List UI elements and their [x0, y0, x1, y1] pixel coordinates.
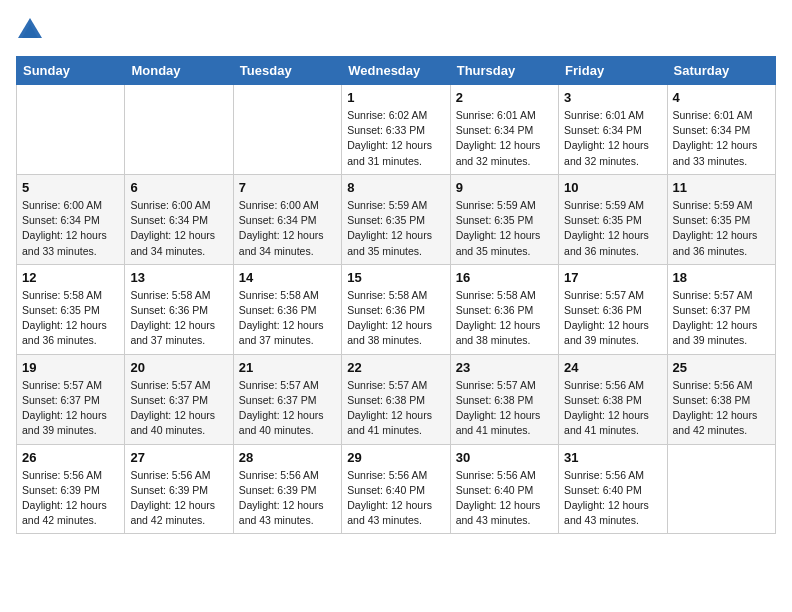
calendar-week-row: 19Sunrise: 5:57 AM Sunset: 6:37 PM Dayli… [17, 354, 776, 444]
day-number: 2 [456, 90, 553, 105]
calendar-cell: 5Sunrise: 6:00 AM Sunset: 6:34 PM Daylig… [17, 174, 125, 264]
day-number: 14 [239, 270, 336, 285]
calendar-cell: 11Sunrise: 5:59 AM Sunset: 6:35 PM Dayli… [667, 174, 775, 264]
day-info: Sunrise: 5:57 AM Sunset: 6:38 PM Dayligh… [347, 378, 444, 439]
day-number: 8 [347, 180, 444, 195]
calendar-cell: 22Sunrise: 5:57 AM Sunset: 6:38 PM Dayli… [342, 354, 450, 444]
calendar-cell: 18Sunrise: 5:57 AM Sunset: 6:37 PM Dayli… [667, 264, 775, 354]
day-number: 28 [239, 450, 336, 465]
calendar-cell: 6Sunrise: 6:00 AM Sunset: 6:34 PM Daylig… [125, 174, 233, 264]
day-number: 27 [130, 450, 227, 465]
day-info: Sunrise: 6:01 AM Sunset: 6:34 PM Dayligh… [673, 108, 770, 169]
day-info: Sunrise: 5:58 AM Sunset: 6:36 PM Dayligh… [130, 288, 227, 349]
day-info: Sunrise: 5:59 AM Sunset: 6:35 PM Dayligh… [347, 198, 444, 259]
day-number: 16 [456, 270, 553, 285]
calendar-cell: 28Sunrise: 5:56 AM Sunset: 6:39 PM Dayli… [233, 444, 341, 534]
day-of-week-header: Tuesday [233, 57, 341, 85]
day-number: 4 [673, 90, 770, 105]
calendar-cell [17, 85, 125, 175]
calendar-cell: 26Sunrise: 5:56 AM Sunset: 6:39 PM Dayli… [17, 444, 125, 534]
calendar-cell: 25Sunrise: 5:56 AM Sunset: 6:38 PM Dayli… [667, 354, 775, 444]
day-info: Sunrise: 5:56 AM Sunset: 6:39 PM Dayligh… [22, 468, 119, 529]
calendar-cell [233, 85, 341, 175]
calendar-cell: 12Sunrise: 5:58 AM Sunset: 6:35 PM Dayli… [17, 264, 125, 354]
day-of-week-header: Monday [125, 57, 233, 85]
calendar-cell: 1Sunrise: 6:02 AM Sunset: 6:33 PM Daylig… [342, 85, 450, 175]
day-number: 5 [22, 180, 119, 195]
day-number: 12 [22, 270, 119, 285]
day-info: Sunrise: 5:59 AM Sunset: 6:35 PM Dayligh… [564, 198, 661, 259]
day-number: 1 [347, 90, 444, 105]
calendar-cell: 14Sunrise: 5:58 AM Sunset: 6:36 PM Dayli… [233, 264, 341, 354]
calendar-cell: 15Sunrise: 5:58 AM Sunset: 6:36 PM Dayli… [342, 264, 450, 354]
day-number: 11 [673, 180, 770, 195]
day-number: 31 [564, 450, 661, 465]
day-info: Sunrise: 5:57 AM Sunset: 6:37 PM Dayligh… [673, 288, 770, 349]
calendar-cell: 23Sunrise: 5:57 AM Sunset: 6:38 PM Dayli… [450, 354, 558, 444]
calendar-cell: 2Sunrise: 6:01 AM Sunset: 6:34 PM Daylig… [450, 85, 558, 175]
day-number: 17 [564, 270, 661, 285]
day-number: 26 [22, 450, 119, 465]
day-info: Sunrise: 5:56 AM Sunset: 6:38 PM Dayligh… [564, 378, 661, 439]
day-number: 20 [130, 360, 227, 375]
page-header [16, 16, 776, 44]
day-of-week-header: Thursday [450, 57, 558, 85]
day-info: Sunrise: 5:56 AM Sunset: 6:40 PM Dayligh… [456, 468, 553, 529]
day-info: Sunrise: 5:56 AM Sunset: 6:40 PM Dayligh… [564, 468, 661, 529]
day-info: Sunrise: 5:58 AM Sunset: 6:35 PM Dayligh… [22, 288, 119, 349]
day-info: Sunrise: 5:59 AM Sunset: 6:35 PM Dayligh… [456, 198, 553, 259]
day-info: Sunrise: 5:57 AM Sunset: 6:37 PM Dayligh… [22, 378, 119, 439]
day-number: 25 [673, 360, 770, 375]
day-number: 24 [564, 360, 661, 375]
day-info: Sunrise: 5:58 AM Sunset: 6:36 PM Dayligh… [347, 288, 444, 349]
calendar-cell: 20Sunrise: 5:57 AM Sunset: 6:37 PM Dayli… [125, 354, 233, 444]
day-info: Sunrise: 5:57 AM Sunset: 6:37 PM Dayligh… [239, 378, 336, 439]
calendar-cell: 8Sunrise: 5:59 AM Sunset: 6:35 PM Daylig… [342, 174, 450, 264]
day-info: Sunrise: 5:58 AM Sunset: 6:36 PM Dayligh… [456, 288, 553, 349]
calendar-cell: 30Sunrise: 5:56 AM Sunset: 6:40 PM Dayli… [450, 444, 558, 534]
calendar-cell: 13Sunrise: 5:58 AM Sunset: 6:36 PM Dayli… [125, 264, 233, 354]
day-info: Sunrise: 6:00 AM Sunset: 6:34 PM Dayligh… [22, 198, 119, 259]
day-number: 13 [130, 270, 227, 285]
day-number: 18 [673, 270, 770, 285]
calendar-cell: 21Sunrise: 5:57 AM Sunset: 6:37 PM Dayli… [233, 354, 341, 444]
day-info: Sunrise: 5:57 AM Sunset: 6:36 PM Dayligh… [564, 288, 661, 349]
day-info: Sunrise: 5:57 AM Sunset: 6:38 PM Dayligh… [456, 378, 553, 439]
calendar-header-row: SundayMondayTuesdayWednesdayThursdayFrid… [17, 57, 776, 85]
day-number: 7 [239, 180, 336, 195]
day-info: Sunrise: 5:56 AM Sunset: 6:39 PM Dayligh… [239, 468, 336, 529]
day-number: 6 [130, 180, 227, 195]
day-number: 23 [456, 360, 553, 375]
day-number: 30 [456, 450, 553, 465]
day-number: 10 [564, 180, 661, 195]
day-number: 9 [456, 180, 553, 195]
day-number: 19 [22, 360, 119, 375]
day-number: 29 [347, 450, 444, 465]
calendar-cell: 16Sunrise: 5:58 AM Sunset: 6:36 PM Dayli… [450, 264, 558, 354]
calendar-cell: 9Sunrise: 5:59 AM Sunset: 6:35 PM Daylig… [450, 174, 558, 264]
logo-icon [16, 16, 44, 44]
calendar-cell: 19Sunrise: 5:57 AM Sunset: 6:37 PM Dayli… [17, 354, 125, 444]
calendar-cell: 10Sunrise: 5:59 AM Sunset: 6:35 PM Dayli… [559, 174, 667, 264]
calendar-cell [125, 85, 233, 175]
calendar-week-row: 1Sunrise: 6:02 AM Sunset: 6:33 PM Daylig… [17, 85, 776, 175]
calendar-cell: 17Sunrise: 5:57 AM Sunset: 6:36 PM Dayli… [559, 264, 667, 354]
day-info: Sunrise: 5:56 AM Sunset: 6:39 PM Dayligh… [130, 468, 227, 529]
calendar-week-row: 12Sunrise: 5:58 AM Sunset: 6:35 PM Dayli… [17, 264, 776, 354]
logo [16, 16, 48, 44]
day-number: 3 [564, 90, 661, 105]
calendar-cell: 27Sunrise: 5:56 AM Sunset: 6:39 PM Dayli… [125, 444, 233, 534]
day-info: Sunrise: 5:56 AM Sunset: 6:38 PM Dayligh… [673, 378, 770, 439]
calendar-cell: 29Sunrise: 5:56 AM Sunset: 6:40 PM Dayli… [342, 444, 450, 534]
day-of-week-header: Saturday [667, 57, 775, 85]
calendar-week-row: 26Sunrise: 5:56 AM Sunset: 6:39 PM Dayli… [17, 444, 776, 534]
day-info: Sunrise: 5:57 AM Sunset: 6:37 PM Dayligh… [130, 378, 227, 439]
day-of-week-header: Sunday [17, 57, 125, 85]
calendar-cell [667, 444, 775, 534]
day-number: 21 [239, 360, 336, 375]
day-info: Sunrise: 5:58 AM Sunset: 6:36 PM Dayligh… [239, 288, 336, 349]
day-of-week-header: Friday [559, 57, 667, 85]
calendar-cell: 7Sunrise: 6:00 AM Sunset: 6:34 PM Daylig… [233, 174, 341, 264]
calendar-table: SundayMondayTuesdayWednesdayThursdayFrid… [16, 56, 776, 534]
day-info: Sunrise: 6:01 AM Sunset: 6:34 PM Dayligh… [564, 108, 661, 169]
